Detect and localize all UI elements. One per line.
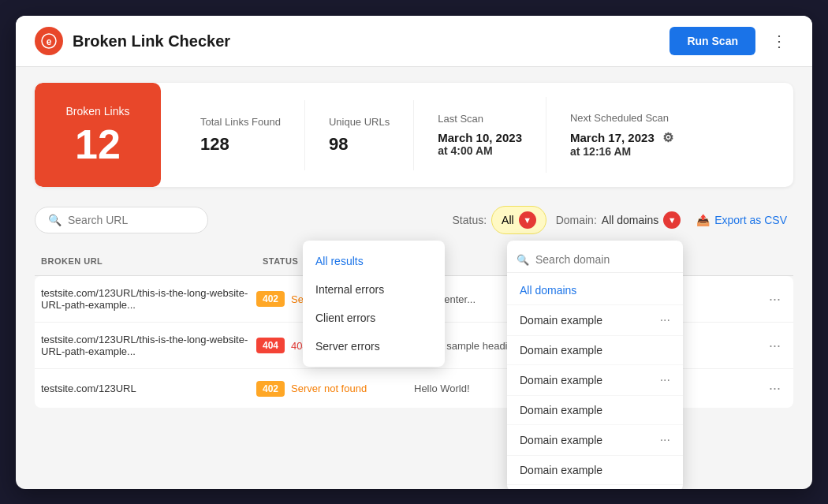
cell-url-2: testsite.com/123URL/this-is-the-long-web…	[41, 334, 256, 357]
status-dropdown-menu: All results Internal errors Client error…	[303, 241, 445, 367]
stat-last-scan: Last Scan March 10, 2023 at 4:00 AM	[414, 97, 546, 173]
export-csv-button[interactable]: 📤 Export as CSV	[690, 209, 793, 231]
status-option-all[interactable]: All results	[303, 247, 445, 275]
domain-option-all[interactable]: All domains	[507, 276, 683, 305]
next-scan-label: Next Scheduled Scan	[570, 112, 673, 124]
status-chevron-icon: ▼	[519, 211, 536, 229]
domain-dots-icon-2[interactable]: ···	[660, 373, 670, 387]
broken-links-box: Broken Links 12	[35, 83, 161, 187]
domain-search-icon: 🔍	[517, 254, 529, 266]
status-badge-3: 402	[256, 381, 285, 397]
status-badge-2: 404	[256, 338, 285, 353]
last-scan-sub: at 4:00 AM	[438, 144, 522, 157]
domain-filter[interactable]: Domain: All domains ▼	[556, 211, 681, 229]
gear-icon[interactable]: ⚙	[662, 130, 673, 145]
page-title: Broken Link Checker	[73, 32, 230, 50]
domain-search-box[interactable]: 🔍	[507, 247, 683, 273]
unique-urls-label: Unique URLs	[329, 116, 390, 128]
stat-next-scan: Next Scheduled Scan March 17, 2023 ⚙ at …	[546, 96, 697, 174]
last-scan-value: March 10, 2023	[438, 131, 522, 144]
svg-text:e: e	[47, 36, 52, 47]
status-filter-label: Status:	[453, 214, 487, 226]
domain-filter-value: All domains	[602, 214, 658, 226]
domain-option-5[interactable]: Domain example ···	[507, 425, 683, 456]
status-filter-value: All	[502, 214, 514, 226]
header-right: Run Scan ⋮	[669, 27, 793, 55]
search-url-icon: 🔍	[48, 214, 62, 226]
status-option-server[interactable]: Server errors	[303, 332, 445, 360]
stats-items: Total Links Found 128 Unique URLs 98 Las…	[161, 83, 793, 187]
unique-urls-value: 98	[329, 134, 390, 155]
more-menu-button[interactable]: ⋮	[765, 28, 793, 54]
domain-search-input[interactable]	[535, 253, 673, 266]
domain-option-3[interactable]: Domain example ···	[507, 365, 683, 396]
header: e Broken Link Checker Run Scan ⋮	[16, 16, 812, 67]
filter-controls: Status: All ▼ Domain: All domains ▼ 📤 Ex…	[453, 206, 794, 234]
stat-unique-urls: Unique URLs 98	[305, 100, 414, 170]
domain-chevron-icon: ▼	[663, 211, 681, 229]
header-left: e Broken Link Checker	[35, 27, 230, 55]
status-dropdown-container: All results Internal errors Client error…	[303, 241, 445, 367]
next-scan-value: March 17, 2023 ⚙	[570, 130, 673, 145]
total-links-value: 128	[200, 134, 281, 155]
domain-filter-label: Domain:	[556, 214, 597, 226]
main-content: Broken Links 12 Total Links Found 128 Un…	[16, 67, 812, 424]
search-url-input[interactable]	[68, 214, 194, 226]
run-scan-button[interactable]: Run Scan	[669, 27, 755, 55]
cell-status-3: 402 Server not found	[256, 381, 414, 397]
broken-links-count: 12	[75, 124, 121, 165]
domain-option-6[interactable]: Domain example	[507, 456, 683, 485]
col-broken-url: BROKEN URL	[35, 253, 256, 269]
domain-dropdown-menu: 🔍 All domains Domain example ··· Domain …	[507, 241, 683, 489]
last-scan-label: Last Scan	[438, 113, 522, 125]
status-text-3: Server not found	[291, 383, 367, 394]
status-option-client[interactable]: Client errors	[303, 304, 445, 332]
domain-option-1[interactable]: Domain example ···	[507, 305, 683, 336]
status-filter-dropdown[interactable]: All ▼	[491, 206, 546, 234]
domain-option-4[interactable]: Domain example	[507, 396, 683, 425]
export-label: Export as CSV	[714, 214, 787, 226]
stat-total-links: Total Links Found 128	[177, 100, 305, 170]
status-badge-1: 402	[256, 291, 285, 307]
filter-row: 🔍 Status: All ▼ Domain: All domains ▼	[35, 206, 793, 234]
domain-option-2[interactable]: Domain example	[507, 336, 683, 365]
app-window: e Broken Link Checker Run Scan ⋮ Broken …	[16, 16, 812, 489]
next-scan-sub: at 12:16 AM	[570, 145, 673, 158]
status-option-internal[interactable]: Internal errors	[303, 275, 445, 304]
cell-url-1: testsite.com/123URL/this-is-the-long-web…	[41, 287, 256, 311]
search-url-box[interactable]: 🔍	[35, 207, 208, 233]
domain-dots-icon-3[interactable]: ···	[660, 433, 670, 447]
export-icon: 📤	[696, 214, 710, 226]
status-filter[interactable]: Status: All ▼	[453, 206, 546, 234]
domain-dots-icon[interactable]: ···	[660, 313, 670, 327]
domain-dropdown-container: 🔍 All domains Domain example ··· Domain …	[507, 241, 683, 489]
stats-card: Broken Links 12 Total Links Found 128 Un…	[35, 83, 793, 187]
app-logo: e	[35, 27, 63, 55]
total-links-label: Total Links Found	[200, 116, 281, 128]
cell-url-3: testsite.com/123URL	[41, 383, 256, 394]
broken-links-label: Broken Links	[66, 105, 130, 118]
